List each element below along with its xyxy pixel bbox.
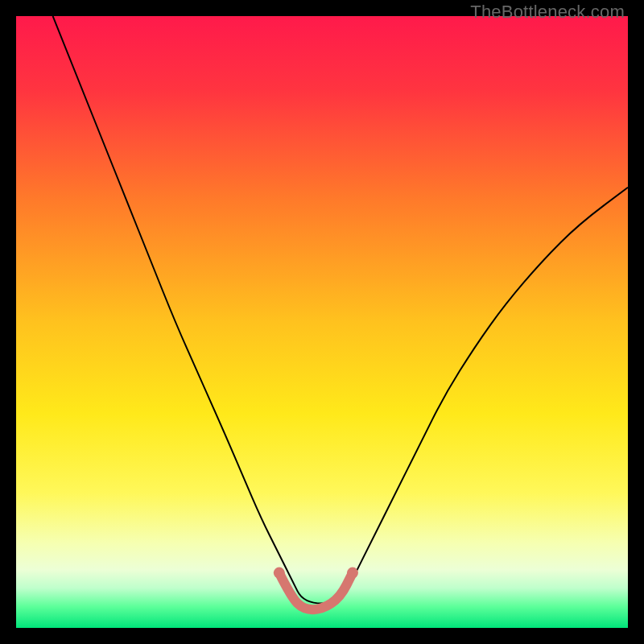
chart-background xyxy=(16,16,628,628)
series-valley-highlight-dot xyxy=(347,568,358,579)
watermark-text: TheBottleneck.com xyxy=(470,2,625,23)
chart-frame xyxy=(16,16,628,628)
bottleneck-chart xyxy=(16,16,628,628)
series-valley-highlight-dot xyxy=(274,568,285,579)
